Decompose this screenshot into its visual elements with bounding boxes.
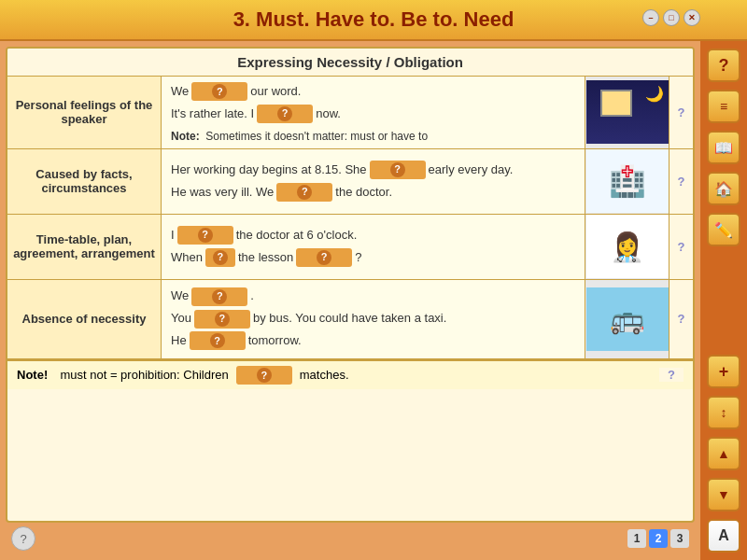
blank-input[interactable]: ? — [296, 248, 352, 267]
page-numbers: 1 2 3 — [627, 529, 689, 548]
home-button[interactable]: 🏠 — [707, 172, 740, 205]
table-row: Absence of necessity We ? . You ? by bus… — [7, 280, 693, 359]
help-button-personal[interactable]: ? — [669, 77, 693, 148]
sentence-line: We ? . — [171, 287, 575, 306]
row-image-personal — [585, 77, 669, 148]
blank-input[interactable]: ? — [194, 310, 250, 329]
hospital-image: 🏥 — [586, 149, 669, 213]
row-label-facts: Caused by facts, circumstances — [7, 149, 162, 214]
blank-input[interactable]: ? — [191, 82, 247, 101]
list-button[interactable]: ≡ — [707, 90, 740, 123]
updown-button[interactable]: ↕ — [707, 396, 740, 429]
table-row: Caused by facts, circumstances Her worki… — [7, 149, 693, 215]
blank-input[interactable]: ? — [276, 183, 332, 202]
maximize-button[interactable]: □ — [663, 9, 680, 26]
main-table: Expressing Necessity / Obligation Person… — [6, 47, 695, 523]
help-button-absence[interactable]: ? — [669, 280, 693, 358]
blank-input[interactable]: ? — [205, 248, 235, 267]
right-sidebar: ? ≡ 📖 🏠 ✏️ + ↕ ▲ ▼ A — [700, 41, 747, 560]
sentence-line: It's rather late. I ? now. — [171, 105, 575, 124]
blank-input[interactable]: ? — [236, 366, 292, 385]
sentence-line: He was very ill. We ? the doctor. — [171, 183, 575, 203]
question-button[interactable]: ? — [707, 49, 740, 82]
title-bar: 3. Must. Have to. Be to. Need – □ ✕ — [0, 0, 747, 41]
sentence-line: You ? by bus. You could have taken a tax… — [171, 309, 575, 329]
table-row: Personal feelings of the speaker We ? ou… — [7, 77, 693, 149]
table-heading: Expressing Necessity / Obligation — [7, 49, 693, 77]
sentence-line: I ? the doctor at 6 o'clock. — [171, 226, 575, 245]
blank-input[interactable]: ? — [370, 161, 426, 179]
row-label-absence: Absence of necessity — [7, 280, 162, 358]
help-button-facts[interactable]: ? — [669, 149, 693, 214]
row-image-absence: 🚌 — [585, 280, 669, 358]
row-content-facts: Her working day begins at 8.15. She ? ea… — [162, 149, 585, 214]
help-button-timetable[interactable]: ? — [669, 215, 693, 279]
footer-bar: ? 1 2 3 — [6, 523, 695, 554]
down-button[interactable]: ▼ — [707, 478, 740, 511]
up-button[interactable]: ▲ — [707, 437, 740, 470]
blank-input[interactable]: ? — [191, 287, 247, 306]
font-button[interactable]: A — [707, 519, 740, 553]
row-label-timetable: Time-table, plan, agreement, arrangement — [7, 215, 162, 279]
note-text: Note: Sometimes it doesn't matter: must … — [171, 130, 575, 143]
page-title: 3. Must. Have to. Be to. Need — [233, 7, 514, 31]
pencil-button[interactable]: ✏️ — [707, 213, 740, 246]
page-num-1[interactable]: 1 — [627, 529, 646, 548]
bus-image: 🚌 — [586, 287, 669, 351]
blank-input[interactable]: ? — [177, 226, 233, 245]
help-button-note[interactable]: ? — [659, 368, 684, 382]
center-panel: Expressing Necessity / Obligation Person… — [0, 41, 700, 560]
note-end: matches. — [300, 368, 349, 382]
note-label: Note! — [17, 368, 48, 382]
help-circle-button[interactable]: ? — [11, 526, 35, 551]
row-content-timetable: I ? the doctor at 6 o'clock. When ? the … — [162, 215, 585, 279]
sentence-line: When ? the lesson ? ? — [171, 248, 575, 268]
row-content-absence: We ? . You ? by bus. You could have take… — [162, 280, 585, 358]
main-layout: Expressing Necessity / Obligation Person… — [0, 41, 747, 560]
page-num-3[interactable]: 3 — [670, 529, 689, 548]
minimize-button[interactable]: – — [642, 9, 659, 26]
sentence-line: Her working day begins at 8.15. She ? ea… — [171, 161, 575, 180]
bottom-note-row: Note! must not = prohibition: Children ?… — [7, 359, 693, 389]
row-image-facts: 🏥 — [585, 149, 669, 214]
table-row: Time-table, plan, agreement, arrangement… — [7, 215, 693, 280]
nurse-image: 👩‍⚕️ — [586, 215, 669, 278]
note-content: must not = prohibition: Children — [53, 368, 229, 382]
sentence-line: We ? our word. — [171, 82, 575, 102]
book-button[interactable]: 📖 — [707, 131, 740, 164]
page-num-2[interactable]: 2 — [649, 529, 668, 548]
sentence-line: He ? tomorrow. — [171, 331, 575, 351]
window-controls: – □ ✕ — [642, 9, 700, 26]
blank-input[interactable]: ? — [257, 105, 313, 123]
app-container: 3. Must. Have to. Be to. Need – □ ✕ Expr… — [0, 0, 747, 560]
zoom-button[interactable]: + — [707, 355, 740, 388]
night-window-image — [586, 80, 669, 144]
blank-input[interactable]: ? — [190, 331, 246, 350]
row-image-timetable: 👩‍⚕️ — [585, 215, 669, 279]
row-content-personal: We ? our word. It's rather late. I ? now… — [162, 77, 585, 148]
close-button[interactable]: ✕ — [684, 9, 700, 26]
row-label-personal: Personal feelings of the speaker — [7, 77, 162, 148]
